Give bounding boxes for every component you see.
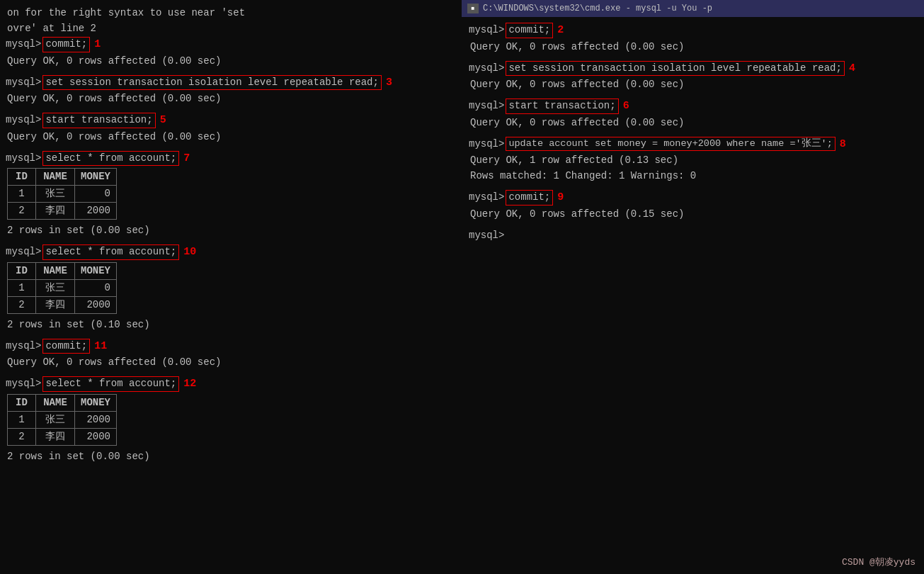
table-2: IDNAMEMONEY 1张三2000 2李四2000 [7, 394, 117, 446]
prompt-r4: mysql> [469, 61, 504, 76]
cmd-line-r8: mysql> update account set money = money+… [469, 137, 917, 153]
prompt-rend: mysql> [469, 228, 504, 243]
right-titlebar: ■ C:\WINDOWS\system32\cmd.exe - mysql -u… [462, 0, 924, 17]
output-r6: Query OK, 0 rows affected (0.00 sec) [469, 116, 917, 130]
step-r6: 6 [623, 99, 629, 115]
prompt-1: mysql> [6, 37, 41, 52]
output-r4: Query OK, 0 rows affected (0.00 sec) [469, 77, 917, 92]
cmd-box-r2: commit; [506, 23, 553, 38]
cmd-box-r6: start transaction; [506, 99, 618, 114]
prompt-11: mysql> [6, 339, 41, 354]
output-r2: Query OK, 0 rows affected (0.00 sec) [469, 40, 917, 55]
step-12: 12 [183, 376, 196, 393]
cmd-line-5: mysql> start transaction; 5 [6, 113, 456, 129]
cmd-line-1: mysql> commit; 1 [6, 37, 456, 53]
output-r8b: Rows matched: 1 Changed: 1 Warnings: 0 [469, 169, 917, 184]
step-7: 7 [183, 151, 190, 167]
cmd-line-r4: mysql> set session transaction isolation… [469, 61, 917, 77]
cmd-line-7: mysql> select * from account; 7 [6, 151, 456, 167]
cmd-line-12: mysql> select * from account; 12 [6, 376, 456, 393]
prompt-10: mysql> [6, 244, 41, 259]
output-7: 2 rows in set (0.00 sec) [6, 223, 456, 238]
step-1: 1 [94, 37, 101, 53]
prompt-3: mysql> [6, 75, 41, 90]
cmd-line-10: mysql> select * from account; 10 [6, 244, 456, 261]
cmd-group-r8: mysql> update account set money = money+… [469, 137, 917, 153]
cmd-line-11: mysql> commit; 11 [6, 339, 456, 355]
output-10: 2 rows in set (0.10 sec) [6, 317, 456, 332]
cmd-line-rend: mysql> [469, 228, 917, 243]
prompt-r8: mysql> [469, 137, 504, 152]
cmd-box-3: set session transaction isolation level … [42, 75, 381, 91]
step-5: 5 [160, 113, 166, 129]
prompt-12: mysql> [6, 376, 41, 391]
cmd-box-r4: set session transaction isolation level … [506, 61, 844, 77]
cmd-box-1: commit; [42, 37, 90, 52]
step-r2: 2 [557, 23, 564, 39]
terminal-icon: ■ [467, 4, 479, 13]
output-5: Query OK, 0 rows affected (0.00 sec) [6, 130, 456, 145]
output-r8a: Query OK, 1 row affected (0.13 sec) [469, 153, 917, 168]
cmd-line-r9: mysql> commit; 9 [469, 190, 917, 206]
output-3: Query OK, 0 rows affected (0.00 sec) [6, 91, 456, 106]
step-r4: 4 [849, 61, 855, 77]
cmd-box-11: commit; [42, 339, 90, 354]
step-10: 10 [183, 244, 196, 261]
right-panel: ■ C:\WINDOWS\system32\cmd.exe - mysql -u… [462, 0, 924, 574]
cmd-box-r8: update account set money = money+2000 wh… [506, 137, 835, 152]
table-1: IDNAMEMONEY 1张三0 2李四2000 [7, 168, 117, 220]
error-line-2: ovre' at line 2 [6, 21, 456, 36]
cmd-line-3: mysql> set session transaction isolation… [6, 75, 456, 91]
titlebar-text: C:\WINDOWS\system32\cmd.exe - mysql -u Y… [483, 4, 712, 13]
table-1b: IDNAMEMONEY 1张三0 2李四2000 [7, 262, 117, 314]
output-12: 2 rows in set (0.00 sec) [6, 449, 456, 464]
watermark: CSDN @朝凌yyds [842, 556, 916, 568]
step-3: 3 [386, 75, 392, 91]
prompt-5: mysql> [6, 113, 41, 128]
step-r8: 8 [840, 137, 846, 153]
step-11: 11 [94, 339, 107, 355]
output-r9: Query OK, 0 rows affected (0.15 sec) [469, 207, 917, 222]
prompt-7: mysql> [6, 151, 41, 166]
right-content: mysql> commit; 2 Query OK, 0 rows affect… [462, 17, 924, 574]
cmd-box-7: select * from account; [42, 151, 179, 167]
error-line-1: on for the right syntax to use near 'set [6, 6, 456, 21]
cmd-box-5: start transaction; [42, 113, 155, 128]
prompt-r2: mysql> [469, 23, 504, 38]
cmd-box-r9: commit; [506, 190, 553, 206]
step-r9: 9 [557, 190, 564, 206]
cmd-line-r2: mysql> commit; 2 [469, 23, 917, 39]
cmd-box-12: select * from account; [42, 376, 179, 392]
cmd-line-r6: mysql> start transaction; 6 [469, 99, 917, 115]
output-11: Query OK, 0 rows affected (0.00 sec) [6, 355, 456, 370]
prompt-r9: mysql> [469, 190, 504, 205]
output-1: Query OK, 0 rows affected (0.00 sec) [6, 54, 456, 69]
prompt-r6: mysql> [469, 99, 504, 113]
cmd-box-10: select * from account; [42, 244, 179, 260]
left-panel: on for the right syntax to use near 'set… [0, 0, 462, 574]
